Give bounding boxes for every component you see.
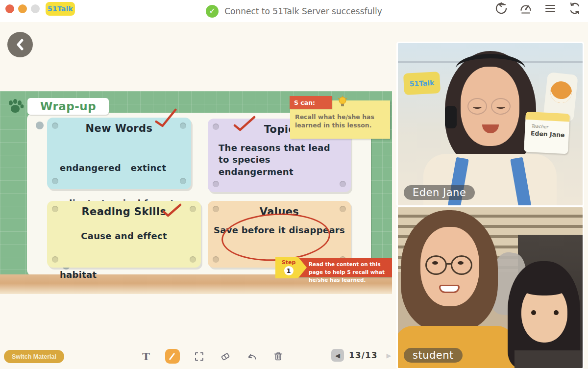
51talk-logo: 51Talk xyxy=(46,2,75,16)
annotation-toolbar: T xyxy=(139,349,286,364)
board-corner-dot xyxy=(36,122,44,129)
card-corner-dot xyxy=(52,206,58,212)
card-corner-dot xyxy=(190,256,196,263)
smiling-mouth xyxy=(439,285,460,293)
eye xyxy=(496,105,505,109)
parent-face xyxy=(420,227,479,306)
card-corner-dot xyxy=(52,178,58,184)
card-corner-dot xyxy=(190,206,196,212)
classroom-window: 51Talk ✓ Connect to 51Talk Server succes… xyxy=(0,0,588,369)
eye xyxy=(432,261,438,265)
step-label: Step xyxy=(282,260,296,265)
pen-icon xyxy=(167,351,178,362)
page-indicator: 13/13 xyxy=(349,350,378,360)
card-corner-dot xyxy=(213,123,219,130)
status-message: Connect to 51Talk Server successfully xyxy=(224,6,382,16)
exit-classroom-icon[interactable] xyxy=(494,1,509,16)
card-corner-dot xyxy=(52,123,58,129)
minimize-window-button[interactable] xyxy=(18,4,27,13)
eye xyxy=(554,310,559,315)
child-shirt xyxy=(514,350,583,368)
name-card-band xyxy=(525,112,570,122)
delete-annotations-button[interactable] xyxy=(271,349,286,364)
step-number: 1 xyxy=(284,266,294,275)
card-corner-dot xyxy=(213,181,219,187)
select-tool-button[interactable] xyxy=(192,349,206,364)
zoom-window-button[interactable] xyxy=(31,4,40,13)
switch-material-button[interactable]: Switch Material xyxy=(4,350,64,363)
success-check-icon: ✓ xyxy=(206,5,219,18)
text-tool-button[interactable]: T xyxy=(139,349,153,364)
headset-earcup xyxy=(445,106,457,128)
teacher-name-label: Eden Jane xyxy=(404,185,475,200)
card-body: Cause and effect xyxy=(47,230,201,242)
glasses-lens xyxy=(451,255,472,275)
child-bangs xyxy=(518,275,570,295)
teacher-face xyxy=(461,67,519,146)
card-new-words: New Words endangered extinct adjust trop… xyxy=(47,118,191,189)
step-text: Read the content on this page to help S … xyxy=(295,258,392,277)
back-button[interactable] xyxy=(7,32,33,57)
lanyard-strap xyxy=(510,157,532,205)
glasses-lens xyxy=(425,255,447,275)
teacher-note: S can: Recall what he/she has learned in… xyxy=(290,100,390,139)
card-body: The reasons that lead to species endange… xyxy=(219,142,342,178)
word-line: endangered extinct xyxy=(60,162,191,174)
glasses-bridge xyxy=(446,263,452,265)
eraser-tool-button[interactable] xyxy=(218,349,233,364)
pen-tool-button[interactable] xyxy=(165,349,180,364)
menu-icon[interactable] xyxy=(543,1,558,16)
card-corner-dot xyxy=(340,181,346,187)
eye xyxy=(458,261,464,265)
card-corner-dot xyxy=(213,206,219,212)
paw-icon xyxy=(7,99,24,114)
mascot-face xyxy=(549,80,573,104)
page-current: 13 xyxy=(349,350,362,360)
text-tool-icon: T xyxy=(142,350,150,363)
refresh-icon[interactable] xyxy=(567,1,582,16)
titlebar: 51Talk ✓ Connect to 51Talk Server succes… xyxy=(0,0,588,22)
undo-button[interactable] xyxy=(245,349,259,364)
red-checkmark-annotation xyxy=(162,203,182,218)
student-video-tile[interactable]: student xyxy=(398,207,583,368)
titlebar-actions xyxy=(494,1,582,16)
lightbulb-icon xyxy=(337,96,348,108)
teacher-name-card: Teacher Eden Jane xyxy=(524,112,570,154)
red-checkmark-annotation xyxy=(232,115,257,132)
lesson-slide-canvas[interactable]: Wrap-up New Words endangered extinct adj… xyxy=(0,91,392,294)
eye xyxy=(473,105,482,109)
close-window-button[interactable] xyxy=(5,4,14,13)
slide-title-banner: Wrap-up xyxy=(27,98,109,115)
card-corner-dot xyxy=(340,206,346,212)
slide-header-row: Wrap-up xyxy=(7,98,109,115)
page-navigation: ◀ 13/13 ▶ xyxy=(331,349,395,362)
note-tab: S can: xyxy=(290,96,332,109)
card-corner-dot xyxy=(213,256,219,263)
network-speed-icon[interactable] xyxy=(518,1,533,16)
teacher-video-tile[interactable]: 51Talk Teacher Eden Jane Eden Jane xyxy=(398,43,583,205)
51talk-wall-sign: 51Talk xyxy=(403,72,441,95)
student-name-label: student xyxy=(404,348,463,363)
card-corner-dot xyxy=(52,256,58,263)
select-rect-icon xyxy=(195,352,203,361)
logo-text: 51Talk xyxy=(48,5,73,13)
previous-page-button[interactable]: ◀ xyxy=(331,349,344,362)
next-page-button[interactable]: ▶ xyxy=(383,349,395,362)
red-checkmark-annotation xyxy=(152,106,180,129)
page-separator: / xyxy=(362,350,365,360)
name-card-name: Eden Jane xyxy=(531,129,569,139)
eye xyxy=(531,310,536,315)
page-total: 13 xyxy=(365,350,378,360)
card-corner-dot xyxy=(180,178,186,184)
note-text: Recall what he/she has learned in this l… xyxy=(295,113,386,130)
word-line: habitat xyxy=(60,269,191,281)
card-corner-dot xyxy=(180,123,186,129)
smiling-mouth xyxy=(482,124,499,133)
